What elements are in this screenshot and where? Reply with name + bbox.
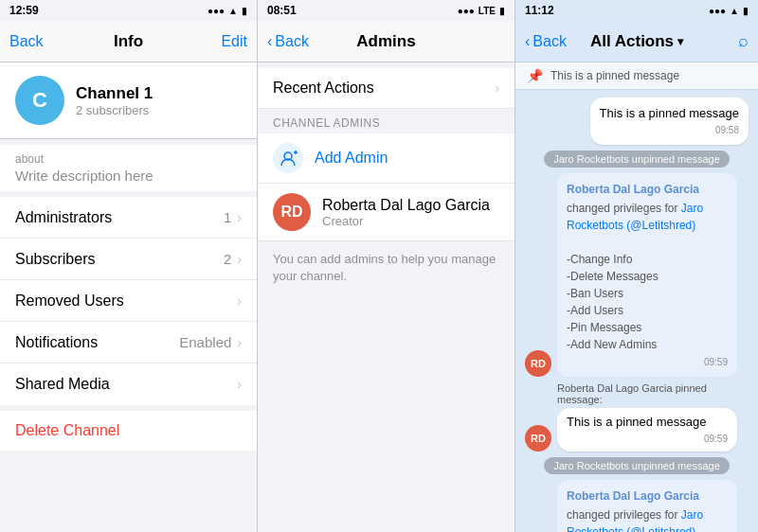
panel-info: 12:59 ●●● ▲ ▮ Back Info Edit C Channel 1… [0, 0, 258, 532]
panel-chat: 11:12 ●●● ▲ ▮ ‹ Back All Actions ▾ ⌕ 📌 T… [515, 0, 758, 532]
wifi-icon: ▲ [228, 6, 238, 16]
channel-avatar: C [15, 76, 64, 125]
nav-bar-3: ‹ Back All Actions ▾ ⌕ [515, 21, 758, 62]
delete-channel-button[interactable]: Delete Channel [0, 411, 257, 451]
action-name-2: Roberta Dal Lago Garcia [567, 488, 728, 505]
add-admin-label: Add Admin [315, 150, 388, 167]
signal-icon-3: ●●● [709, 6, 726, 16]
admin-details: Roberta Dal Lago Garcia Creator [322, 197, 490, 228]
action-row-3: RD Roberta Dal Lago Garcia changed privi… [525, 480, 749, 532]
notifications-right: Enabled › [179, 334, 242, 350]
system-msg-1: Jaro Rocketbots unpinned message [544, 151, 730, 168]
action-pinned-wrap: Roberta Dal Lago Garcia pinned message: … [557, 382, 737, 452]
shared-media-label: Shared Media [15, 376, 110, 393]
action-body-1: changed privileges for Jaro Rocketbots (… [567, 200, 728, 353]
admin-role: Creator [322, 214, 490, 228]
administrators-row[interactable]: Administrators 1 › [0, 197, 257, 239]
nav-title-1: Info [114, 32, 143, 51]
msg-bubble-1: This is a pinned message 09:58 [590, 98, 749, 145]
action-msg-1: Roberta Dal Lago Garcia changed privileg… [557, 173, 737, 377]
dropdown-arrow-icon: ▾ [677, 35, 683, 48]
battery-icon-3: ▮ [743, 6, 749, 16]
notifications-row[interactable]: Notifications Enabled › [0, 322, 257, 364]
edit-button[interactable]: Edit [221, 33, 247, 50]
chat-area[interactable]: This is a pinned message 09:58 Jaro Rock… [515, 90, 758, 532]
recent-actions-label: Recent Actions [273, 80, 374, 97]
subscribers-row[interactable]: Subscribers 2 › [0, 239, 257, 280]
shared-media-right: › [237, 377, 242, 392]
signal-icon: ●●● [208, 6, 225, 16]
pinned-bubble-text: This is a pinned message [567, 414, 728, 431]
pin-icon: 📌 [527, 68, 543, 83]
admin-avatar: RD [273, 193, 311, 231]
recent-actions-row[interactable]: Recent Actions › [258, 68, 514, 109]
status-bar-2: 08:51 ●●● LTE ▮ [258, 0, 514, 21]
removed-users-label: Removed Users [15, 293, 124, 310]
status-bar-3: 11:12 ●●● ▲ ▮ [515, 0, 758, 21]
action-pinned-name: Roberta Dal Lago Garcia pinned message: [557, 382, 737, 405]
chevron-icon-4: › [237, 335, 242, 350]
signal-icon-2: ●●● [458, 6, 475, 16]
admin-row[interactable]: RD Roberta Dal Lago Garcia Creator [258, 184, 514, 241]
shared-media-row[interactable]: Shared Media › [0, 364, 257, 405]
chevron-icon-5: › [237, 377, 242, 392]
search-button[interactable]: ⌕ [738, 31, 749, 51]
system-msg-2: Jaro Rocketbots unpinned message [544, 457, 730, 474]
chevron-icon-2: › [237, 252, 242, 267]
back-button-3[interactable]: ‹ Back [525, 33, 567, 50]
action-msg-2: Roberta Dal Lago Garcia changed privileg… [557, 480, 737, 532]
back-button-2[interactable]: ‹ Back [267, 33, 309, 50]
panel-admins: 08:51 ●●● LTE ▮ ‹ Back Admins Recent Act… [258, 0, 515, 532]
lte-icon: LTE [478, 6, 496, 16]
administrators-badge: 1 [224, 209, 231, 225]
channel-info: C Channel 1 2 subscribers [0, 62, 257, 139]
add-admin-icon [273, 143, 303, 173]
recent-actions-chevron: › [495, 80, 499, 96]
admins-section-header: CHANNEL ADMINS [258, 109, 514, 133]
channel-name: Channel 1 [76, 84, 153, 103]
battery-icon-2: ▮ [499, 6, 505, 16]
about-text: Write description here [15, 168, 242, 184]
delete-section: Delete Channel [0, 411, 257, 451]
status-icons-1: ●●● ▲ ▮ [208, 6, 247, 16]
msg-time-1: 09:58 [600, 124, 739, 137]
about-label: about [15, 152, 242, 166]
action-avatar-2: RD [525, 425, 551, 452]
subscribers-badge: 2 [224, 251, 231, 267]
pinned-bubble: This is a pinned message 09:59 [557, 408, 737, 452]
action-body-2: changed privileges for Jaro Rocketbots (… [567, 506, 728, 532]
back-button-1[interactable]: Back [9, 33, 44, 50]
admin-list: Add Admin RD Roberta Dal Lago Garcia Cre… [258, 133, 514, 241]
nav-bar-2: ‹ Back Admins [258, 21, 514, 62]
channel-details: Channel 1 2 subscribers [76, 84, 153, 117]
add-admin-row[interactable]: Add Admin [258, 133, 514, 184]
subscribers-label: Subscribers [15, 251, 95, 268]
nav-title-text-3: All Actions [590, 32, 674, 51]
notifications-label: Notifications [15, 334, 98, 351]
time-2: 08:51 [267, 4, 297, 17]
status-icons-2: ●●● LTE ▮ [458, 6, 505, 16]
chevron-icon: › [237, 210, 242, 225]
pinned-bubble-time: 09:59 [567, 433, 728, 446]
action-time-1: 09:59 [567, 355, 728, 369]
action-avatar-1: RD [525, 350, 551, 377]
removed-users-row[interactable]: Removed Users › [0, 280, 257, 322]
nav-bar-1: Back Info Edit [0, 21, 257, 62]
action-row-1: RD Roberta Dal Lago Garcia changed privi… [525, 173, 749, 377]
time-1: 12:59 [9, 4, 39, 17]
chevron-icon-3: › [237, 293, 242, 309]
nav-title-3: All Actions ▾ [590, 32, 683, 51]
status-icons-3: ●●● ▲ ▮ [709, 6, 749, 16]
admin-name: Roberta Dal Lago Garcia [322, 197, 490, 214]
pinned-banner[interactable]: 📌 This is a pinned message [515, 62, 758, 90]
administrators-label: Administrators [15, 209, 112, 226]
channel-subscribers: 2 subscribers [76, 103, 153, 117]
action-row-2: RD Roberta Dal Lago Garcia pinned messag… [525, 382, 749, 452]
msg-text-1: This is a pinned message [600, 105, 739, 122]
about-section: about Write description here [0, 145, 257, 191]
wifi-icon-3: ▲ [730, 6, 739, 16]
info-list: Administrators 1 › Subscribers 2 › Remov… [0, 197, 257, 405]
administrators-right: 1 › [224, 209, 242, 225]
removed-users-right: › [237, 293, 242, 309]
time-3: 11:12 [525, 4, 554, 17]
